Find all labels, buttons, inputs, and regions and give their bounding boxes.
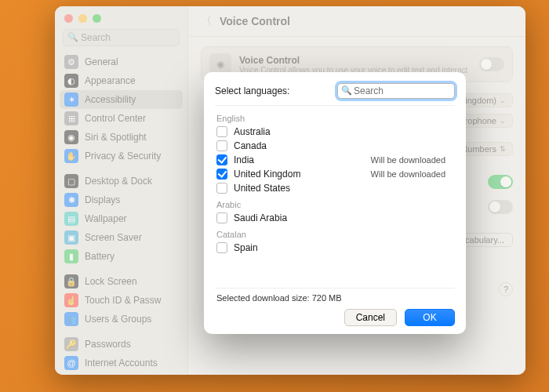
modal-buttons: Cancel OK (215, 309, 455, 326)
cancel-button[interactable]: Cancel (344, 309, 397, 326)
modal-search-input[interactable] (337, 83, 455, 99)
language-name: United Kingdom (234, 169, 300, 180)
language-row[interactable]: United States (215, 181, 455, 195)
download-note: Will be downloaded (371, 155, 453, 165)
download-note: Will be downloaded (371, 169, 453, 179)
language-name: United States (234, 183, 290, 194)
language-name: India (234, 154, 254, 165)
language-row[interactable]: Spain (215, 241, 455, 255)
settings-window: 🔍 ⚙General◐Appearance✶Accessibility⊞Cont… (55, 6, 525, 375)
language-name: Australia (234, 126, 271, 137)
language-checkbox[interactable] (216, 140, 227, 151)
language-checkbox[interactable] (216, 154, 227, 165)
language-row[interactable]: IndiaWill be downloaded (215, 153, 455, 167)
language-name: Canada (234, 140, 267, 151)
language-checkbox[interactable] (216, 126, 227, 137)
language-list[interactable]: EnglishAustraliaCanadaIndiaWill be downl… (215, 105, 455, 288)
language-row[interactable]: Australia (215, 125, 455, 139)
language-name: Saudi Arabia (234, 212, 287, 223)
language-group-label: Arabic (215, 195, 455, 211)
language-modal: Select languages: 🔍 EnglishAustraliaCana… (204, 72, 466, 334)
modal-title: Select languages: (215, 85, 289, 96)
modal-search: 🔍 (337, 83, 455, 99)
language-checkbox[interactable] (216, 242, 227, 253)
download-size-label: Selected download size: 720 MB (215, 288, 455, 309)
language-checkbox[interactable] (216, 212, 227, 223)
language-checkbox[interactable] (216, 183, 227, 194)
modal-header: Select languages: 🔍 (215, 83, 455, 99)
ok-button[interactable]: OK (405, 309, 455, 326)
language-checkbox[interactable] (216, 169, 227, 180)
search-icon: 🔍 (341, 85, 352, 96)
language-row[interactable]: Canada (215, 139, 455, 153)
language-name: Spain (234, 242, 258, 253)
language-group-label: Catalan (215, 225, 455, 241)
language-row[interactable]: United KingdomWill be downloaded (215, 167, 455, 181)
language-row[interactable]: Saudi Arabia (215, 211, 455, 225)
language-group-label: English (215, 109, 455, 125)
